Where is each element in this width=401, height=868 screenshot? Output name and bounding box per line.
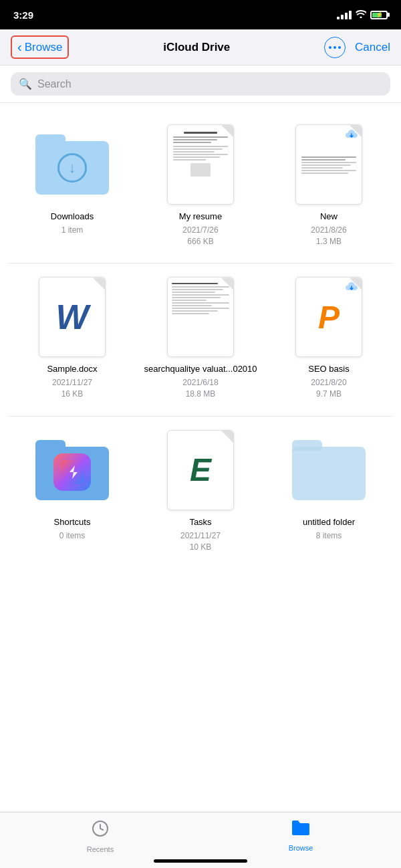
downloads-thumb: ↓ — [32, 124, 112, 205]
searchquality-thumb — [160, 277, 241, 357]
my-resume-doc — [167, 124, 234, 205]
untitled-folder-name: untitled folder — [303, 517, 355, 528]
search-icon: 🔍 — [19, 78, 32, 90]
tab-browse[interactable]: Browse — [200, 819, 401, 852]
signal-icon — [337, 11, 352, 19]
shortcuts-app-icon — [53, 453, 91, 491]
pages-icon: P — [318, 299, 340, 336]
nav-title: iCloud Drive — [163, 41, 230, 54]
file-item-untitled-folder[interactable]: untitled folder 8 items — [265, 419, 393, 566]
cancel-button[interactable]: Cancel — [355, 41, 390, 54]
battery-icon: ⚡ — [370, 11, 388, 19]
seo-basis-doc: P — [295, 277, 362, 357]
my-resume-thumb — [160, 124, 241, 205]
seo-basis-meta: 2021/8/209.7 MB — [311, 377, 346, 400]
file-item-shortcuts[interactable]: Shortcuts 0 items — [8, 419, 136, 566]
shortcuts-name: Shortcuts — [54, 517, 91, 528]
file-item-sample-docx[interactable]: W Sample.docx 2021/11/2716 KB — [8, 266, 136, 413]
sample-docx-doc: W — [39, 277, 106, 357]
chevron-left-icon: ‹ — [17, 39, 22, 55]
back-label: Browse — [25, 41, 63, 54]
ellipsis-icon — [329, 46, 341, 49]
file-grid: ↓ Downloads 1 item — [0, 103, 401, 576]
file-item-downloads[interactable]: ↓ Downloads 1 item — [8, 114, 136, 260]
downloads-meta: 1 item — [61, 225, 84, 236]
tab-recents-label: Recents — [87, 845, 114, 853]
content-area: ↓ Downloads 1 item — [0, 103, 401, 633]
tab-browse-label: Browse — [289, 844, 313, 852]
more-button[interactable] — [324, 37, 346, 58]
nav-actions: Cancel — [324, 37, 390, 58]
folder-fill-icon — [291, 819, 311, 841]
word-icon: W — [55, 297, 88, 337]
clock-icon — [91, 819, 110, 843]
back-button[interactable]: ‹ Browse — [11, 35, 69, 59]
untitled-folder-icon — [292, 440, 366, 500]
shortcuts-meta: 0 items — [59, 530, 86, 542]
tab-recents[interactable]: Recents — [0, 819, 200, 853]
tasks-name: Tasks — [189, 517, 211, 528]
searchquality-meta: 2021/6/1818.8 MB — [182, 377, 218, 400]
seo-basis-name: SEO basis — [308, 364, 349, 375]
cloud-download-icon — [346, 129, 358, 140]
new-name: New — [320, 211, 338, 223]
untitled-folder-thumb — [289, 430, 369, 510]
home-indicator — [154, 859, 247, 863]
search-input-wrap[interactable]: 🔍 Search — [11, 72, 390, 96]
file-item-new[interactable]: New 2021/8/261.3 MB — [265, 114, 393, 260]
shortcuts-folder-icon — [35, 440, 109, 500]
excel-icon: E — [190, 451, 211, 488]
tasks-doc: E — [167, 430, 234, 510]
file-item-seo-basis[interactable]: P SEO basis 2021/8/209.7 MB — [265, 266, 393, 413]
sample-docx-meta: 2021/11/2716 KB — [52, 377, 92, 400]
tasks-thumb: E — [160, 430, 241, 510]
new-thumb — [289, 124, 369, 205]
searchquality-name: searchqualitye valuat...02010 — [144, 364, 257, 375]
shortcuts-thumb — [32, 430, 112, 510]
search-placeholder: Search — [37, 78, 72, 90]
cloud-download-badge-icon — [346, 282, 358, 293]
file-item-searchquality[interactable]: searchqualitye valuat...02010 2021/6/181… — [136, 266, 265, 413]
sample-docx-thumb: W — [32, 277, 112, 357]
search-bar: 🔍 Search — [0, 66, 401, 103]
tasks-meta: 2021/11/2710 KB — [180, 530, 221, 553]
sample-docx-name: Sample.docx — [47, 364, 97, 375]
status-time: 3:29 — [13, 9, 33, 21]
download-circle-icon: ↓ — [57, 153, 87, 183]
my-resume-name: My resume — [179, 211, 222, 223]
new-meta: 2021/8/261.3 MB — [311, 225, 346, 247]
file-item-my-resume[interactable]: My resume 2021/7/26666 KB — [136, 114, 265, 260]
searchquality-doc — [167, 277, 234, 357]
file-item-tasks[interactable]: E Tasks 2021/11/2710 KB — [136, 419, 265, 566]
my-resume-meta: 2021/7/26666 KB — [182, 225, 218, 247]
seo-basis-thumb: P — [289, 277, 369, 357]
nav-bar: ‹ Browse iCloud Drive Cancel — [0, 29, 401, 66]
new-doc — [295, 124, 362, 205]
downloads-folder-icon: ↓ — [35, 134, 109, 195]
untitled-folder-meta: 8 items — [316, 530, 342, 542]
wifi-icon — [356, 10, 366, 20]
status-icons: ⚡ — [337, 10, 388, 20]
downloads-name: Downloads — [51, 211, 94, 223]
status-bar: 3:29 ⚡ — [0, 0, 401, 29]
